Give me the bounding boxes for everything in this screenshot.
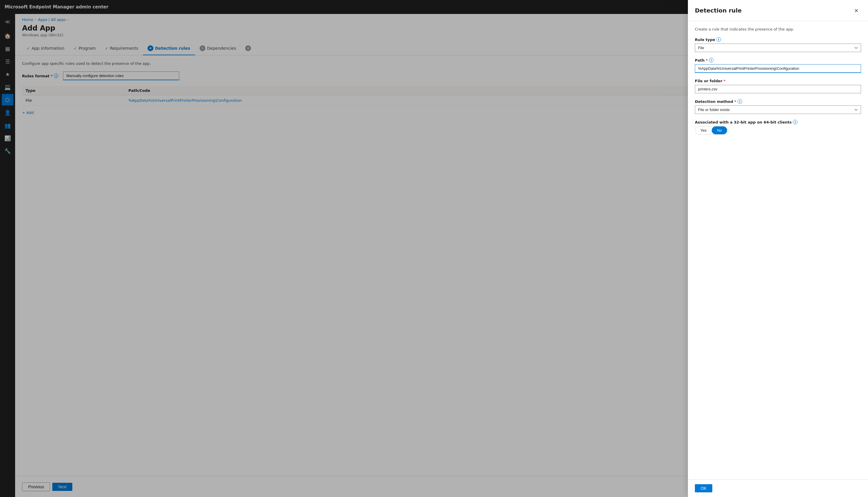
- rule-type-select-wrapper: File: [695, 44, 861, 52]
- detection-method-required: *: [734, 99, 736, 104]
- panel-body: Create a rule that indicates the presenc…: [688, 21, 868, 479]
- toggle-yes-button[interactable]: Yes: [695, 126, 712, 134]
- detection-rule-panel: Detection rule ✕ Create a rule that indi…: [688, 0, 868, 497]
- rule-type-info-icon[interactable]: i: [716, 37, 721, 42]
- rule-type-row: Rule type i File: [695, 37, 861, 52]
- file-or-folder-label: File or folder *: [695, 79, 861, 83]
- associated-label-text: Associated with a 32-bit app on 64-bit c…: [695, 120, 792, 124]
- path-row: Path * i: [695, 58, 861, 73]
- associated-label: Associated with a 32-bit app on 64-bit c…: [695, 120, 861, 124]
- path-required: *: [706, 58, 708, 62]
- detection-method-select-wrapper: File or folder exists: [695, 105, 861, 114]
- file-or-folder-required: *: [724, 79, 726, 83]
- path-info-icon[interactable]: i: [709, 58, 713, 62]
- toggle-no-button[interactable]: No: [712, 126, 727, 134]
- rule-type-select[interactable]: File: [695, 44, 861, 52]
- file-or-folder-row: File or folder *: [695, 79, 861, 93]
- associated-info-icon[interactable]: i: [793, 120, 797, 124]
- panel-footer: OK: [688, 479, 868, 497]
- path-input[interactable]: [695, 64, 861, 73]
- toggle-group: Yes No: [695, 126, 727, 134]
- panel-header: Detection rule ✕: [688, 0, 868, 21]
- file-or-folder-label-text: File or folder: [695, 79, 722, 83]
- detection-method-info-icon[interactable]: i: [738, 99, 742, 104]
- rule-type-label: Rule type i: [695, 37, 861, 42]
- panel-close-button[interactable]: ✕: [852, 6, 861, 15]
- file-or-folder-input[interactable]: [695, 85, 861, 93]
- detection-method-row: Detection method * i File or folder exis…: [695, 99, 861, 114]
- detection-method-label: Detection method * i: [695, 99, 861, 104]
- path-label-text: Path: [695, 58, 704, 62]
- panel-title: Detection rule: [695, 7, 741, 14]
- detection-method-select[interactable]: File or folder exists: [695, 105, 861, 114]
- rule-type-label-text: Rule type: [695, 38, 715, 42]
- associated-row: Associated with a 32-bit app on 64-bit c…: [695, 120, 861, 134]
- ok-button[interactable]: OK: [695, 484, 712, 492]
- path-label: Path * i: [695, 58, 861, 62]
- detection-method-label-text: Detection method: [695, 99, 733, 104]
- panel-description: Create a rule that indicates the presenc…: [695, 27, 861, 31]
